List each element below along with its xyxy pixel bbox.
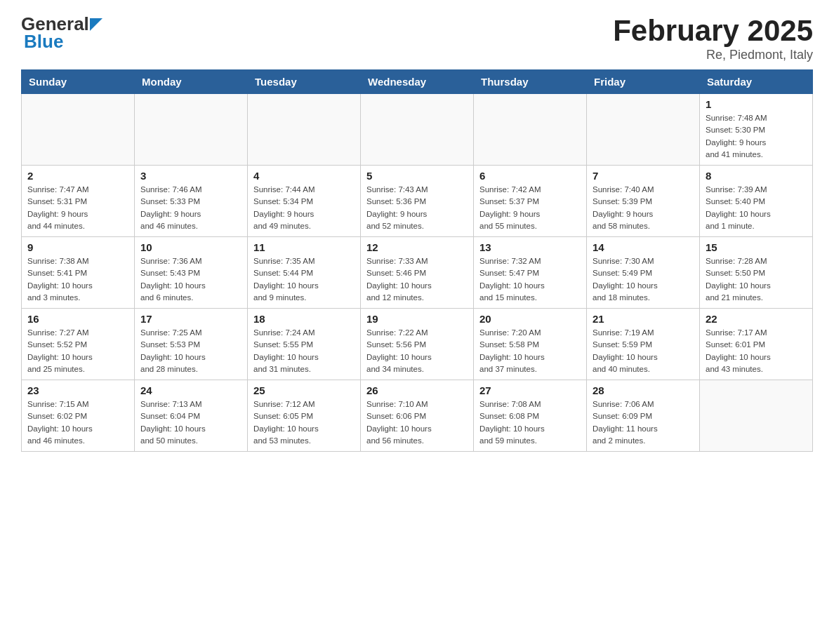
day-info: Sunrise: 7:39 AMSunset: 5:40 PMDaylight:… <box>706 184 807 232</box>
calendar-cell <box>700 380 813 452</box>
weekday-header-row: SundayMondayTuesdayWednesdayThursdayFrid… <box>22 70 813 94</box>
calendar-week-4: 16Sunrise: 7:27 AMSunset: 5:52 PMDayligh… <box>22 309 813 380</box>
day-info: Sunrise: 7:38 AMSunset: 5:41 PMDaylight:… <box>27 255 128 304</box>
calendar-week-2: 2Sunrise: 7:47 AMSunset: 5:31 PMDaylight… <box>22 166 813 237</box>
day-number: 22 <box>706 313 807 325</box>
day-number: 2 <box>27 170 128 182</box>
calendar-cell <box>248 94 361 166</box>
calendar-cell: 28Sunrise: 7:06 AMSunset: 6:09 PMDayligh… <box>587 380 700 452</box>
day-number: 28 <box>593 384 694 396</box>
day-number: 7 <box>593 170 694 182</box>
calendar-cell <box>361 94 474 166</box>
logo-blue-text: Blue <box>24 32 102 52</box>
day-number: 11 <box>253 241 355 253</box>
day-number: 21 <box>593 313 694 325</box>
calendar-week-5: 23Sunrise: 7:15 AMSunset: 6:02 PMDayligh… <box>22 380 813 452</box>
calendar-cell: 16Sunrise: 7:27 AMSunset: 5:52 PMDayligh… <box>22 309 135 380</box>
day-number: 4 <box>253 170 355 182</box>
calendar-cell: 3Sunrise: 7:46 AMSunset: 5:33 PMDaylight… <box>135 166 248 237</box>
weekday-header-tuesday: Tuesday <box>248 70 361 94</box>
calendar-cell: 11Sunrise: 7:35 AMSunset: 5:44 PMDayligh… <box>248 237 361 309</box>
day-info: Sunrise: 7:35 AMSunset: 5:44 PMDaylight:… <box>253 255 355 304</box>
day-number: 15 <box>706 241 807 253</box>
day-number: 19 <box>366 313 468 325</box>
weekday-header-wednesday: Wednesday <box>361 70 474 94</box>
day-number: 20 <box>479 313 581 325</box>
calendar-cell: 9Sunrise: 7:38 AMSunset: 5:41 PMDaylight… <box>22 237 135 309</box>
day-number: 26 <box>366 384 468 396</box>
day-info: Sunrise: 7:40 AMSunset: 5:39 PMDaylight:… <box>593 184 694 232</box>
day-info: Sunrise: 7:27 AMSunset: 5:52 PMDaylight:… <box>27 327 128 375</box>
day-info: Sunrise: 7:12 AMSunset: 6:05 PMDaylight:… <box>253 398 355 447</box>
day-number: 16 <box>27 313 128 325</box>
calendar-cell: 17Sunrise: 7:25 AMSunset: 5:53 PMDayligh… <box>135 309 248 380</box>
logo: General Blue <box>21 14 102 51</box>
calendar-cell: 22Sunrise: 7:17 AMSunset: 6:01 PMDayligh… <box>700 309 813 380</box>
day-info: Sunrise: 7:28 AMSunset: 5:50 PMDaylight:… <box>706 255 807 304</box>
calendar-week-3: 9Sunrise: 7:38 AMSunset: 5:41 PMDaylight… <box>22 237 813 309</box>
calendar-cell: 24Sunrise: 7:13 AMSunset: 6:04 PMDayligh… <box>135 380 248 452</box>
calendar-cell: 6Sunrise: 7:42 AMSunset: 5:37 PMDaylight… <box>474 166 587 237</box>
calendar-cell: 27Sunrise: 7:08 AMSunset: 6:08 PMDayligh… <box>474 380 587 452</box>
day-number: 3 <box>140 170 241 182</box>
day-number: 24 <box>140 384 241 396</box>
day-number: 9 <box>27 241 128 253</box>
calendar-cell: 20Sunrise: 7:20 AMSunset: 5:58 PMDayligh… <box>474 309 587 380</box>
calendar-body: 1Sunrise: 7:48 AMSunset: 5:30 PMDaylight… <box>22 94 813 452</box>
day-info: Sunrise: 7:25 AMSunset: 5:53 PMDaylight:… <box>140 327 241 375</box>
page-header: General Blue February 2025 Re, Piedmont,… <box>21 14 813 62</box>
page-subtitle: Re, Piedmont, Italy <box>613 48 813 62</box>
calendar-header: SundayMondayTuesdayWednesdayThursdayFrid… <box>22 70 813 94</box>
calendar-cell: 7Sunrise: 7:40 AMSunset: 5:39 PMDaylight… <box>587 166 700 237</box>
weekday-header-saturday: Saturday <box>700 70 813 94</box>
calendar-week-1: 1Sunrise: 7:48 AMSunset: 5:30 PMDaylight… <box>22 94 813 166</box>
day-info: Sunrise: 7:19 AMSunset: 5:59 PMDaylight:… <box>593 327 694 375</box>
calendar-cell <box>22 94 135 166</box>
calendar-cell: 14Sunrise: 7:30 AMSunset: 5:49 PMDayligh… <box>587 237 700 309</box>
calendar-cell: 4Sunrise: 7:44 AMSunset: 5:34 PMDaylight… <box>248 166 361 237</box>
day-info: Sunrise: 7:36 AMSunset: 5:43 PMDaylight:… <box>140 255 241 304</box>
day-info: Sunrise: 7:42 AMSunset: 5:37 PMDaylight:… <box>479 184 581 232</box>
day-info: Sunrise: 7:17 AMSunset: 6:01 PMDaylight:… <box>706 327 807 375</box>
day-number: 1 <box>706 98 807 110</box>
day-info: Sunrise: 7:20 AMSunset: 5:58 PMDaylight:… <box>479 327 581 375</box>
logo-triangle-icon <box>90 18 102 31</box>
day-number: 14 <box>593 241 694 253</box>
calendar-cell: 25Sunrise: 7:12 AMSunset: 6:05 PMDayligh… <box>248 380 361 452</box>
calendar-cell: 23Sunrise: 7:15 AMSunset: 6:02 PMDayligh… <box>22 380 135 452</box>
day-number: 25 <box>253 384 355 396</box>
day-info: Sunrise: 7:33 AMSunset: 5:46 PMDaylight:… <box>366 255 468 304</box>
calendar-cell: 18Sunrise: 7:24 AMSunset: 5:55 PMDayligh… <box>248 309 361 380</box>
calendar-cell: 10Sunrise: 7:36 AMSunset: 5:43 PMDayligh… <box>135 237 248 309</box>
day-info: Sunrise: 7:44 AMSunset: 5:34 PMDaylight:… <box>253 184 355 232</box>
calendar-cell: 5Sunrise: 7:43 AMSunset: 5:36 PMDaylight… <box>361 166 474 237</box>
day-info: Sunrise: 7:43 AMSunset: 5:36 PMDaylight:… <box>366 184 468 232</box>
calendar-table: SundayMondayTuesdayWednesdayThursdayFrid… <box>21 69 813 452</box>
svg-marker-0 <box>90 18 102 31</box>
day-number: 12 <box>366 241 468 253</box>
calendar-cell: 1Sunrise: 7:48 AMSunset: 5:30 PMDaylight… <box>700 94 813 166</box>
day-info: Sunrise: 7:30 AMSunset: 5:49 PMDaylight:… <box>593 255 694 304</box>
calendar-cell <box>587 94 700 166</box>
calendar-cell: 8Sunrise: 7:39 AMSunset: 5:40 PMDaylight… <box>700 166 813 237</box>
day-number: 13 <box>479 241 581 253</box>
day-info: Sunrise: 7:47 AMSunset: 5:31 PMDaylight:… <box>27 184 128 232</box>
day-info: Sunrise: 7:46 AMSunset: 5:33 PMDaylight:… <box>140 184 241 232</box>
day-number: 23 <box>27 384 128 396</box>
day-info: Sunrise: 7:22 AMSunset: 5:56 PMDaylight:… <box>366 327 468 375</box>
calendar-cell: 13Sunrise: 7:32 AMSunset: 5:47 PMDayligh… <box>474 237 587 309</box>
page-title: February 2025 <box>613 14 813 48</box>
day-number: 10 <box>140 241 241 253</box>
calendar-cell <box>474 94 587 166</box>
calendar-cell: 21Sunrise: 7:19 AMSunset: 5:59 PMDayligh… <box>587 309 700 380</box>
day-info: Sunrise: 7:32 AMSunset: 5:47 PMDaylight:… <box>479 255 581 304</box>
weekday-header-monday: Monday <box>135 70 248 94</box>
day-number: 18 <box>253 313 355 325</box>
day-info: Sunrise: 7:10 AMSunset: 6:06 PMDaylight:… <box>366 398 468 447</box>
title-block: February 2025 Re, Piedmont, Italy <box>613 14 813 62</box>
weekday-header-sunday: Sunday <box>22 70 135 94</box>
day-number: 8 <box>706 170 807 182</box>
calendar-cell <box>135 94 248 166</box>
day-info: Sunrise: 7:13 AMSunset: 6:04 PMDaylight:… <box>140 398 241 447</box>
calendar-cell: 2Sunrise: 7:47 AMSunset: 5:31 PMDaylight… <box>22 166 135 237</box>
